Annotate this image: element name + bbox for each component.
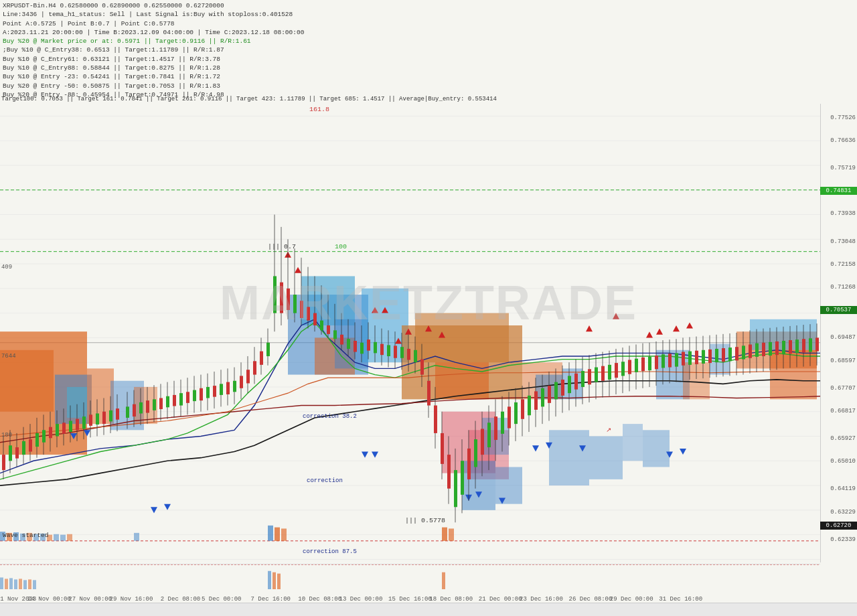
svg-marker-69 [673, 325, 680, 331]
svg-rect-290 [688, 352, 692, 365]
svg-rect-104 [62, 422, 66, 434]
time-label-11: 21 Dec 00:00 [479, 596, 522, 603]
svg-rect-212 [427, 381, 431, 406]
svg-rect-312 [762, 343, 765, 356]
svg-rect-184 [333, 330, 337, 339]
svg-rect-304 [735, 347, 738, 360]
chart-container: XRPUSDT-Bin.H4 0.62580000 0.62890000 0.6… [0, 0, 857, 616]
svg-rect-298 [715, 349, 718, 362]
svg-rect-52 [549, 430, 589, 485]
svg-rect-353 [275, 528, 280, 541]
price-label-73048: 0.73048 [830, 238, 856, 245]
svg-marker-70 [686, 322, 693, 328]
svg-rect-160 [253, 361, 256, 374]
header-line6: Buy %10 @ C_Entry61: 0.63121 || Target:1… [3, 55, 304, 64]
svg-rect-122 [126, 406, 129, 418]
svg-rect-351 [134, 533, 139, 541]
svg-text:409: 409 [1, 264, 12, 271]
svg-rect-352 [268, 526, 273, 541]
price-axis: 0.77526 0.76636 0.75719 0.74831 0.73938 … [820, 104, 857, 562]
svg-rect-274 [635, 359, 638, 372]
svg-rect-324 [802, 339, 805, 352]
svg-marker-68 [656, 329, 663, 335]
time-label-4: 2 Dec 08:00 [161, 596, 200, 603]
svg-rect-150 [220, 384, 223, 395]
svg-rect-128 [146, 400, 149, 412]
svg-rect-148 [213, 386, 216, 397]
svg-text:161.8: 161.8 [309, 106, 329, 113]
svg-rect-90 [15, 447, 19, 459]
svg-rect-254 [568, 376, 571, 393]
svg-marker-76 [372, 451, 378, 457]
svg-rect-116 [102, 412, 106, 424]
svg-rect-190 [354, 341, 357, 352]
price-label-71268: 0.71268 [830, 284, 856, 291]
svg-marker-67 [646, 331, 653, 337]
svg-rect-178 [313, 313, 317, 325]
price-label-68597: 0.68597 [830, 358, 856, 364]
svg-rect-232 [494, 416, 497, 440]
header-line9: Buy %20 @ Entry -50: 0.50875 || Target:0… [3, 82, 304, 90]
time-label-10: 18 Dec 08:00 [429, 596, 473, 603]
svg-rect-192 [360, 343, 364, 354]
svg-rect-246 [541, 388, 544, 407]
svg-rect-350 [67, 534, 72, 541]
svg-rect-206 [407, 349, 410, 360]
svg-rect-36 [415, 313, 509, 363]
svg-rect-240 [521, 399, 524, 418]
svg-rect-218 [447, 455, 451, 489]
svg-rect-124 [133, 404, 136, 416]
svg-rect-363 [23, 580, 27, 589]
svg-rect-200 [387, 345, 390, 356]
svg-rect-134 [166, 396, 169, 408]
svg-rect-55 [643, 430, 670, 467]
svg-rect-328 [815, 337, 819, 351]
price-label-63229: 0.63229 [830, 509, 856, 516]
svg-rect-46 [770, 350, 817, 400]
time-label-13: 26 Dec 08:00 [569, 596, 613, 603]
svg-rect-106 [69, 421, 72, 433]
svg-rect-367 [272, 572, 276, 589]
price-label-76636: 0.76636 [830, 137, 856, 144]
svg-rect-108 [76, 419, 79, 431]
svg-rect-210 [420, 360, 424, 375]
svg-rect-258 [581, 371, 585, 387]
price-label-77526: 0.77526 [830, 114, 856, 121]
svg-rect-146 [206, 387, 210, 398]
svg-text:100: 100 [335, 243, 347, 250]
svg-rect-354 [281, 528, 287, 540]
time-label-6: 7 Dec 16:00 [251, 596, 291, 603]
svg-rect-322 [795, 339, 799, 353]
svg-rect-356 [449, 528, 454, 540]
svg-rect-118 [109, 410, 112, 422]
svg-rect-142 [193, 390, 196, 402]
svg-rect-348 [54, 534, 59, 541]
svg-rect-176 [307, 307, 310, 320]
svg-marker-58 [295, 267, 301, 273]
svg-rect-168 [280, 283, 283, 313]
svg-rect-366 [268, 571, 271, 589]
time-label-7: 10 Dec 08:00 [298, 596, 341, 603]
svg-rect-54 [623, 424, 643, 461]
svg-marker-80 [532, 445, 539, 451]
svg-rect-86 [2, 455, 5, 470]
svg-rect-138 [179, 393, 183, 405]
svg-rect-349 [60, 535, 66, 541]
svg-rect-96 [35, 433, 39, 447]
svg-rect-50 [462, 461, 495, 510]
svg-rect-310 [755, 343, 759, 357]
svg-text:||| 0.7: ||| 0.7 [268, 243, 296, 250]
svg-rect-136 [173, 395, 176, 406]
time-label-15: 31 Dec 16:00 [659, 596, 702, 603]
svg-rect-88 [9, 445, 12, 461]
svg-rect-202 [394, 345, 397, 358]
svg-marker-84 [680, 449, 686, 455]
price-label-75719: 0.75719 [830, 165, 856, 171]
header-line1: Line:3436 | tema_h1_status: Sell | Last … [3, 10, 304, 19]
svg-marker-66 [613, 313, 619, 319]
svg-rect-242 [528, 396, 531, 415]
svg-rect-314 [769, 342, 772, 356]
svg-rect-358 [0, 577, 3, 589]
svg-rect-294 [702, 350, 705, 364]
svg-rect-130 [153, 399, 156, 410]
